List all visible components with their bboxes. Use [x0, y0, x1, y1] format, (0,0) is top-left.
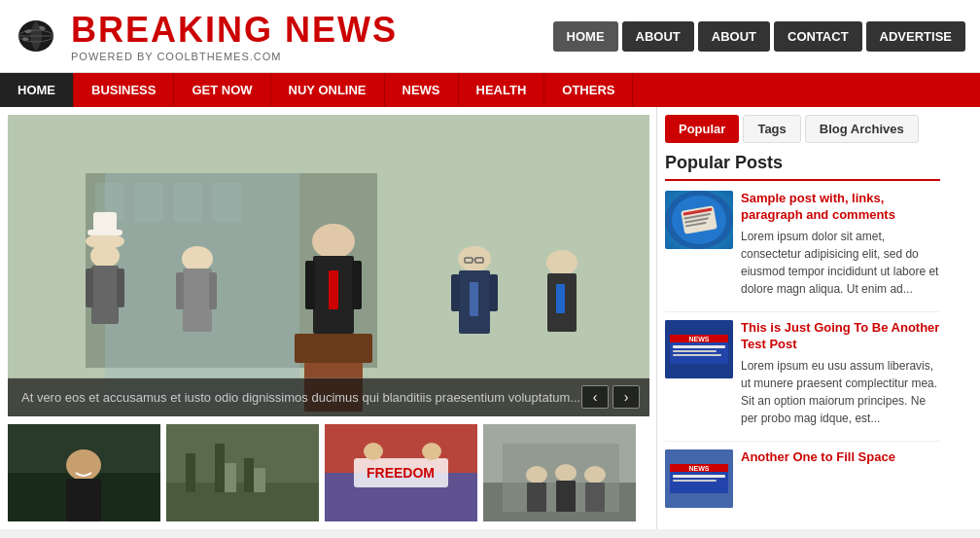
- top-nav-advertise[interactable]: ADVERTISE: [866, 21, 965, 52]
- svg-rect-16: [117, 269, 124, 307]
- divider-2: [665, 441, 940, 442]
- svg-rect-49: [225, 463, 236, 492]
- hero-caption-overlay: At vero eos et accusamus et iusto odio d…: [8, 378, 649, 417]
- content-wrapper: At vero eos et accusamus et iusto odio d…: [0, 107, 980, 529]
- nav-get-now[interactable]: GET NOW: [174, 73, 270, 107]
- svg-rect-14: [91, 266, 119, 324]
- logo-text: BREAKING NEWS POWERED BY COOLBTHEMES.COM: [71, 10, 398, 62]
- thumbnail-3[interactable]: FREEDOM: [325, 424, 477, 521]
- post-info-2: This is Just Going To Be Another Test Po…: [741, 320, 940, 427]
- logo-title: BREAKING NEWS: [71, 10, 398, 51]
- main-content: At vero eos et accusamus et iusto odio d…: [0, 107, 656, 529]
- popular-posts-heading: Popular Posts: [665, 153, 940, 181]
- tab-blog-archives[interactable]: Blog Archives: [805, 115, 919, 143]
- popular-post-3: NEWS Another One to Fill Space: [665, 449, 940, 508]
- svg-rect-64: [556, 481, 576, 512]
- divider-1: [665, 311, 940, 312]
- svg-point-28: [458, 246, 491, 271]
- svg-rect-79: [673, 350, 717, 352]
- header: BREAKING NEWS POWERED BY COOLBTHEMES.COM…: [0, 0, 980, 73]
- thumbnail-2[interactable]: [166, 424, 319, 521]
- svg-rect-12: [93, 212, 117, 232]
- svg-rect-85: [673, 475, 725, 478]
- svg-rect-19: [176, 272, 184, 309]
- post-excerpt-2: Lorem ipsum eu usu assum liberavis, ut m…: [741, 357, 940, 427]
- slider-next[interactable]: ›: [612, 385, 640, 409]
- top-nav-about2[interactable]: ABOUT: [698, 21, 770, 52]
- top-nav-contact[interactable]: CONTACT: [774, 21, 862, 52]
- svg-rect-15: [86, 269, 93, 307]
- post-thumb-3: NEWS: [665, 449, 733, 508]
- hero-image: [8, 115, 649, 416]
- top-nav-home[interactable]: HOME: [553, 21, 618, 52]
- post-thumb-2: NEWS: [665, 320, 733, 378]
- svg-rect-66: [585, 483, 605, 512]
- nav-nuy-online[interactable]: NUY ONLINE: [271, 73, 385, 107]
- post-title-1[interactable]: Sample post with, links, paragraph and c…: [741, 191, 940, 224]
- svg-point-13: [90, 244, 120, 268]
- tab-popular[interactable]: Popular: [665, 115, 739, 143]
- svg-rect-50: [254, 468, 265, 492]
- svg-point-17: [182, 246, 213, 271]
- svg-point-65: [584, 466, 606, 484]
- svg-text:NEWS: NEWS: [689, 336, 710, 342]
- svg-rect-26: [295, 334, 372, 363]
- nav-home[interactable]: HOME: [0, 73, 74, 107]
- popular-post-1: Sample post with, links, paragraph and c…: [665, 191, 940, 298]
- post-info-3: Another One to Fill Space: [741, 449, 940, 508]
- svg-rect-43: [66, 479, 101, 521]
- svg-rect-18: [183, 269, 212, 332]
- svg-rect-46: [186, 453, 195, 492]
- svg-rect-23: [305, 261, 315, 309]
- logo-red: NEWS: [285, 10, 398, 50]
- svg-point-57: [422, 443, 441, 460]
- post-info-1: Sample post with, links, paragraph and c…: [741, 191, 940, 298]
- top-nav: HOME ABOUT ABOUT CONTACT ADVERTISE: [553, 21, 965, 52]
- svg-point-63: [555, 464, 577, 482]
- svg-rect-47: [215, 444, 225, 492]
- nav-news[interactable]: NEWS: [385, 73, 459, 107]
- post-thumb-1: [665, 191, 733, 249]
- svg-rect-31: [489, 274, 498, 311]
- globe-icon: [15, 17, 63, 55]
- svg-text:NEWS: NEWS: [689, 465, 710, 472]
- svg-rect-25: [329, 270, 338, 309]
- slider-prev[interactable]: ‹: [581, 385, 609, 409]
- post-title-3[interactable]: Another One to Fill Space: [741, 449, 940, 466]
- tab-tags[interactable]: Tags: [743, 115, 800, 143]
- svg-rect-20: [209, 272, 217, 309]
- svg-rect-30: [451, 274, 460, 311]
- top-nav-about1[interactable]: ABOUT: [622, 21, 694, 52]
- logo-subtitle: POWERED BY COOLBTHEMES.COM: [71, 51, 398, 62]
- thumbnail-strip: FREEDOM: [8, 424, 648, 521]
- post-excerpt-1: Lorem ipsum dolor sit amet, consectetur …: [741, 228, 940, 298]
- sidebar: Popular Tags Blog Archives Popular Posts: [656, 107, 948, 529]
- svg-point-61: [526, 466, 547, 484]
- popular-post-2: NEWS This is Just Going To Be Another Te…: [665, 320, 940, 427]
- post-title-2[interactable]: This is Just Going To Be Another Test Po…: [741, 320, 940, 353]
- svg-rect-35: [470, 282, 478, 316]
- svg-rect-80: [673, 354, 721, 356]
- sidebar-tabs: Popular Tags Blog Archives: [665, 115, 940, 143]
- svg-rect-86: [673, 480, 717, 482]
- svg-rect-38: [556, 284, 565, 313]
- thumbnail-4[interactable]: [483, 424, 636, 521]
- logo-area: BREAKING NEWS POWERED BY COOLBTHEMES.COM: [15, 10, 398, 62]
- nav-business[interactable]: BUSINESS: [74, 73, 174, 107]
- svg-rect-24: [352, 261, 362, 309]
- hero-slider[interactable]: At vero eos et accusamus et iusto odio d…: [8, 115, 649, 416]
- svg-point-36: [546, 250, 578, 275]
- svg-point-56: [364, 443, 383, 460]
- svg-rect-48: [244, 458, 254, 492]
- nav-health[interactable]: HEALTH: [459, 73, 545, 107]
- svg-rect-78: [673, 345, 725, 348]
- hero-caption-text: At vero eos et accusamus et iusto odio d…: [21, 388, 636, 408]
- slider-controls: ‹ ›: [581, 385, 640, 409]
- svg-point-21: [312, 224, 355, 259]
- main-nav: HOME BUSINESS GET NOW NUY ONLINE NEWS HE…: [0, 73, 980, 107]
- svg-rect-62: [527, 483, 546, 512]
- logo-black: BREAKING: [71, 10, 273, 50]
- thumbnail-1[interactable]: [8, 424, 160, 521]
- nav-others[interactable]: OTHERS: [544, 73, 633, 107]
- svg-text:FREEDOM: FREEDOM: [367, 465, 435, 481]
